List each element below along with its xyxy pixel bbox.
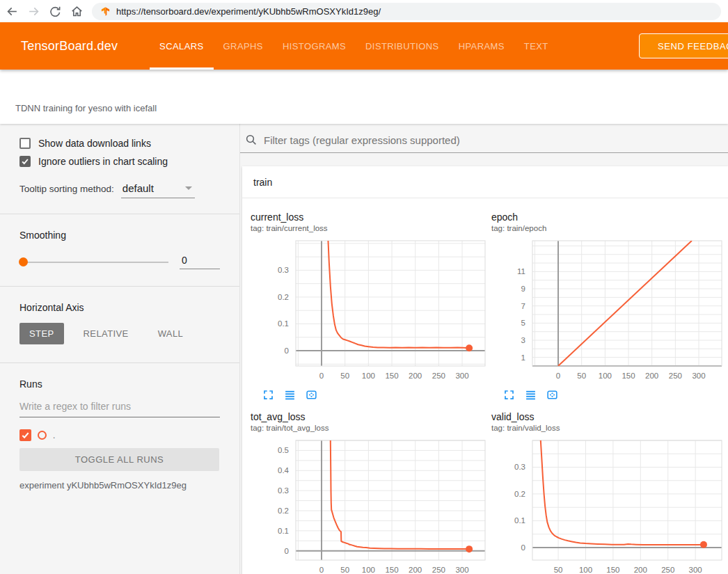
chart-title: current_loss (251, 211, 487, 223)
run-name: . (53, 431, 55, 440)
svg-text:1: 1 (521, 353, 525, 362)
send-feedback-button[interactable]: SEND FEEDBACK (639, 33, 728, 58)
checkmark-icon (21, 157, 29, 166)
svg-text:200: 200 (645, 372, 658, 380)
svg-text:200: 200 (409, 566, 422, 574)
axis-step-button[interactable]: STEP (19, 323, 64, 344)
svg-text:50: 50 (340, 566, 349, 574)
address-bar[interactable]: https://tensorboard.dev/experiment/yKUbh… (92, 3, 721, 20)
chart-current-loss: current_loss tag: train/current_loss 050… (251, 211, 487, 401)
smoothing-slider[interactable] (19, 262, 168, 263)
axis-wall-button[interactable]: WALL (148, 323, 193, 344)
flex-y-axis-icon[interactable] (284, 389, 296, 401)
svg-text:150: 150 (385, 566, 398, 574)
svg-text:0: 0 (521, 543, 525, 552)
experiment-id-label: experiment yKUbhb5wRmOSXYkId1z9eg (19, 480, 220, 491)
toggle-all-runs-button[interactable]: TOGGLE ALL RUNS (19, 448, 219, 471)
expand-chart-icon[interactable] (262, 389, 274, 401)
svg-text:0: 0 (319, 566, 324, 574)
expand-chart-icon[interactable] (503, 389, 515, 401)
svg-text:100: 100 (599, 372, 612, 380)
show-download-links-row[interactable]: Show data download links (19, 138, 220, 149)
svg-text:150: 150 (606, 566, 619, 574)
main-panel: Filter tags (regular expressions support… (240, 124, 728, 574)
fit-domain-icon[interactable] (306, 389, 317, 401)
svg-text:0.3: 0.3 (514, 463, 525, 471)
smoothing-row: 0 (19, 255, 220, 269)
tab-distributions[interactable]: DISTRIBUTIONS (356, 22, 449, 70)
charts-grid: current_loss tag: train/current_loss 050… (242, 198, 728, 574)
svg-text:0.2: 0.2 (278, 507, 289, 515)
runs-filter-input[interactable]: Write a regex to filter runs (19, 401, 220, 417)
back-icon[interactable] (6, 5, 19, 18)
horizontal-axis-buttons: STEP RELATIVE WALL (19, 323, 220, 344)
reload-icon[interactable] (49, 5, 62, 18)
svg-text:0.1: 0.1 (278, 527, 289, 535)
chart-title: valid_loss (491, 410, 728, 423)
tab-graphs[interactable]: GRAPHS (214, 22, 273, 70)
show-download-links-checkbox[interactable] (19, 138, 31, 149)
chart-tot-avg-loss: tot_avg_loss tag: train/tot_avg_loss 050… (251, 410, 487, 574)
home-icon[interactable] (70, 5, 84, 18)
smoothing-value-input[interactable]: 0 (180, 255, 220, 269)
svg-text:250: 250 (432, 372, 445, 380)
svg-text:50: 50 (577, 372, 586, 380)
svg-text:50: 50 (340, 372, 349, 380)
chart-tag: tag: train/tot_avg_loss (251, 423, 487, 433)
horizontal-axis-label: Horizontal Axis (19, 302, 220, 313)
svg-text:0.1: 0.1 (514, 516, 525, 525)
chart-actions (491, 389, 728, 401)
sidebar-divider (0, 362, 239, 363)
chart-title: epoch (491, 211, 728, 223)
chart-valid-loss: valid_loss tag: train/valid_loss 5010015… (491, 410, 728, 574)
line-chart-epoch[interactable]: 0501001502002503001357911 (491, 237, 728, 384)
line-chart-valid-loss[interactable]: 5010015020025030000.10.20.3 (491, 436, 728, 574)
axis-relative-button[interactable]: RELATIVE (74, 323, 139, 344)
sidebar-divider (0, 214, 239, 214)
tooltip-sorting-select[interactable]: default (121, 182, 195, 198)
tooltip-sorting-label: Tooltip sorting method: (19, 184, 114, 194)
svg-text:7: 7 (521, 302, 525, 310)
chart-actions (251, 389, 487, 401)
filter-tags-input[interactable]: Filter tags (regular expressions support… (264, 134, 460, 146)
run-color-swatch-icon[interactable] (38, 431, 47, 440)
url-text: https://tensorboard.dev/experiment/yKUbh… (116, 6, 381, 17)
svg-text:200: 200 (409, 372, 422, 380)
browser-toolbar: https://tensorboard.dev/experiment/yKUbh… (0, 0, 728, 22)
run-checkbox[interactable] (19, 429, 31, 441)
tab-histograms[interactable]: HISTOGRAMS (273, 22, 356, 70)
filter-tags-row[interactable]: Filter tags (regular expressions support… (240, 132, 728, 153)
sidebar-divider (0, 286, 239, 287)
flex-y-axis-icon[interactable] (525, 389, 537, 401)
experiment-title-band: TDNN training for yesno with icefall (0, 70, 728, 124)
svg-text:300: 300 (689, 566, 702, 574)
run-row: . (19, 429, 220, 441)
svg-text:0.5: 0.5 (278, 446, 289, 454)
nav-tabs: SCALARS GRAPHS HISTOGRAMS DISTRIBUTIONS … (150, 22, 558, 70)
svg-text:5: 5 (521, 319, 525, 327)
ignore-outliers-checkbox[interactable] (19, 156, 31, 167)
svg-text:0.3: 0.3 (278, 266, 289, 274)
forward-icon[interactable] (27, 5, 40, 18)
ignore-outliers-row[interactable]: Ignore outliers in chart scaling (19, 156, 220, 167)
experiment-title: TDNN training for yesno with icefall (15, 103, 157, 113)
tab-text[interactable]: TEXT (514, 22, 558, 70)
smoothing-slider-thumb[interactable] (19, 257, 28, 266)
group-header-train[interactable]: train (242, 166, 728, 198)
chevron-down-icon (185, 186, 192, 190)
chart-tag: tag: train/valid_loss (491, 423, 728, 433)
runs-label: Runs (19, 378, 220, 390)
train-group-card: train current_loss tag: train/current_lo… (242, 166, 728, 574)
svg-text:0: 0 (556, 372, 560, 380)
tab-scalars[interactable]: SCALARS (150, 22, 214, 70)
svg-text:11: 11 (517, 267, 525, 276)
svg-text:9: 9 (521, 285, 525, 293)
line-chart-current-loss[interactable]: 05010015020025030000.10.20.3 (251, 237, 487, 384)
svg-text:200: 200 (634, 566, 647, 574)
tooltip-sorting-value: default (122, 182, 154, 194)
line-chart-tot-avg-loss[interactable]: 05010015020025030000.10.20.30.40.5 (251, 436, 487, 574)
tab-hparams[interactable]: HPARAMS (449, 22, 514, 70)
fit-domain-icon[interactable] (546, 389, 558, 401)
smoothing-label: Smoothing (19, 230, 220, 241)
svg-text:0.4: 0.4 (278, 466, 290, 475)
